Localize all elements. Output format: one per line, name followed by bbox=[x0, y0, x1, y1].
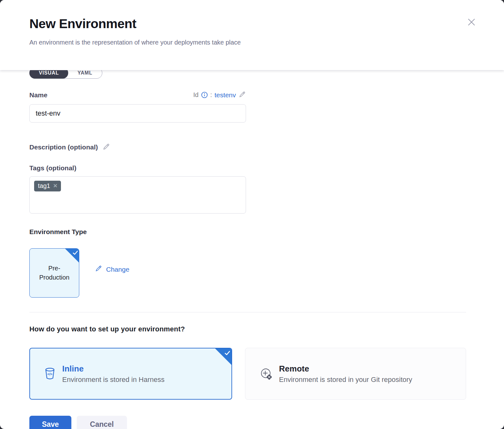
dialog-subtitle: An environment is the representation of … bbox=[29, 39, 474, 46]
id-group: Id : testenv bbox=[193, 91, 246, 99]
name-label-row: Name Id : testenv bbox=[29, 91, 246, 99]
pencil-icon bbox=[238, 91, 246, 99]
description-label: Description (optional) bbox=[29, 143, 98, 151]
page-title: New Environment bbox=[29, 16, 474, 31]
tag-remove-icon[interactable]: ✕ bbox=[53, 183, 57, 189]
environment-type-label: Environment Type bbox=[29, 228, 466, 236]
option-card-remote[interactable]: Remote Environment is stored in your Git… bbox=[245, 348, 466, 400]
id-value-link[interactable]: testenv bbox=[214, 91, 236, 99]
tag-chip-text: tag1 bbox=[38, 182, 50, 190]
pencil-icon bbox=[95, 265, 102, 274]
pre-production-card[interactable]: Pre-Production bbox=[29, 248, 79, 298]
info-icon[interactable] bbox=[201, 92, 208, 98]
section-divider bbox=[29, 312, 466, 312]
inline-option-title: Inline bbox=[62, 364, 165, 374]
remote-option-description: Environment is stored in your Git reposi… bbox=[279, 376, 412, 384]
inline-option-description: Environment is stored in Harness bbox=[62, 376, 165, 384]
remote-option-title: Remote bbox=[279, 364, 412, 374]
close-icon bbox=[467, 17, 476, 28]
id-separator: : bbox=[210, 91, 212, 99]
save-button[interactable]: Save bbox=[29, 416, 71, 429]
id-label: Id bbox=[193, 91, 199, 99]
description-row: Description (optional) bbox=[29, 143, 466, 152]
name-input[interactable] bbox=[29, 104, 246, 123]
environment-type-value: Pre-Production bbox=[35, 264, 73, 282]
footer-actions: Save Cancel bbox=[29, 416, 466, 429]
remote-git-icon bbox=[259, 366, 273, 381]
option-card-inline[interactable]: </> Inline Environment is stored in Harn… bbox=[29, 348, 232, 400]
name-label: Name bbox=[29, 91, 47, 99]
pencil-icon bbox=[102, 143, 110, 152]
cancel-button[interactable]: Cancel bbox=[77, 416, 127, 429]
inline-repo-icon: </> bbox=[44, 367, 56, 381]
selected-check-icon bbox=[215, 348, 231, 365]
selected-check-icon bbox=[65, 249, 79, 263]
dialog-header: New Environment An environment is the re… bbox=[0, 0, 504, 70]
change-link-label: Change bbox=[106, 266, 129, 273]
tags-input[interactable]: tag1 ✕ bbox=[29, 176, 246, 214]
edit-id-button[interactable] bbox=[238, 91, 246, 99]
new-environment-dialog: New Environment An environment is the re… bbox=[0, 0, 504, 429]
setup-heading: How do you want to set up your environme… bbox=[29, 325, 466, 333]
setup-option-row: </> Inline Environment is stored in Harn… bbox=[29, 348, 466, 400]
change-environment-type-button[interactable]: Change bbox=[95, 265, 129, 274]
tag-chip: tag1 ✕ bbox=[34, 181, 61, 191]
tags-label: Tags (optional) bbox=[29, 164, 466, 172]
edit-description-button[interactable] bbox=[102, 143, 110, 152]
remote-option-texts: Remote Environment is stored in your Git… bbox=[279, 364, 412, 384]
environment-type-row: Pre-Production Change bbox=[29, 248, 466, 298]
inline-option-texts: Inline Environment is stored in Harness bbox=[62, 364, 165, 384]
close-button[interactable] bbox=[466, 17, 477, 28]
dialog-body: VISUAL YAML Name Id : testenv bbox=[0, 70, 504, 429]
svg-text:</>: </> bbox=[47, 372, 52, 376]
